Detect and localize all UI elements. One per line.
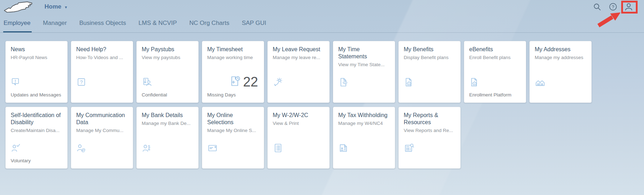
tile-title: My Paystubs <box>142 46 193 53</box>
tile-body <box>535 61 586 92</box>
tab-sap-gui[interactable]: SAP GUI <box>242 14 266 32</box>
tile-footer <box>535 92 586 98</box>
tab-employee[interactable]: Employee <box>4 14 31 32</box>
svg-text:$: $ <box>148 144 150 149</box>
question-square-icon: ? <box>76 77 87 88</box>
tile-title: News <box>11 46 62 53</box>
tile-news[interactable]: News HR-Payroll News Updates and Message… <box>5 41 68 103</box>
svg-text:$: $ <box>344 146 346 149</box>
tile-subtitle: View Reports and Re... <box>404 127 455 134</box>
tile-footer: Confidential <box>142 92 193 98</box>
tile-title: My W-2/W-2C <box>273 112 324 119</box>
svg-text:?: ? <box>612 4 614 9</box>
tile-title: Need Help? <box>76 46 128 53</box>
person-at-icon: @ <box>76 143 87 153</box>
tile-body <box>469 61 521 92</box>
tile-subtitle: Enroll Benefit plans <box>469 54 521 61</box>
tile-footer <box>142 158 193 164</box>
tile-subtitle: HR-Payroll News <box>11 54 62 61</box>
document-eye-icon <box>338 77 349 88</box>
tile-body: ? <box>76 61 128 92</box>
alert-bubble-icon <box>11 77 21 88</box>
tile-subtitle: Manage my Bank De... <box>142 120 193 127</box>
home-menu-button[interactable]: Home ▼ <box>44 3 68 10</box>
svg-text:?: ? <box>80 79 83 85</box>
tile-footer: Enrollment Platform <box>469 92 521 98</box>
tab-bar: EmployeeManagerBusiness ObjectsLMS & NCV… <box>0 14 644 32</box>
tile-my-bank-details[interactable]: My Bank Details Manage my Bank De... $ <box>136 107 199 169</box>
tile-row-2: Self-Identification of Disability Create… <box>5 107 639 169</box>
svg-text:$: $ <box>145 78 146 81</box>
tile-title: My Timesheet <box>207 46 259 53</box>
benefits-family-icon <box>469 77 480 88</box>
tile-my-tax-withholding[interactable]: My Tax Withholding Manage my W4/NC4 $ <box>333 107 395 169</box>
person-dollar-icon: $ <box>142 143 152 153</box>
tile-subtitle: Manage my leave re... <box>273 54 324 61</box>
document-list-icon <box>273 143 283 153</box>
tile-my-benefits[interactable]: My Benefits Display Benefit plans <box>398 41 461 103</box>
tile-my-time-statements[interactable]: My Time Statements View my Time State... <box>333 41 395 103</box>
tile-body: $ <box>142 61 193 92</box>
tile-my-addresses[interactable]: My Addresses Manage my addresses <box>529 41 592 103</box>
timesheet-clock-icon <box>229 75 241 88</box>
tile-subtitle: How-To Videos and ... <box>76 54 128 61</box>
tile-grid: News HR-Payroll News Updates and Message… <box>0 33 644 169</box>
tile-footer <box>76 158 128 164</box>
tab-lms-ncvip[interactable]: LMS & NCVIP <box>138 14 177 32</box>
svg-text:@: @ <box>81 148 85 153</box>
tile-body: $ <box>142 127 193 158</box>
tile-my-w-2-w-2c[interactable]: My W-2/W-2C View & Print <box>267 107 330 169</box>
tile-title: My Benefits <box>404 46 455 53</box>
tile-body <box>404 134 455 158</box>
tile-body <box>338 68 390 92</box>
tile-title: My Time Statements <box>338 46 390 60</box>
tile-subtitle: Manage my addresses <box>535 54 586 61</box>
tile-body <box>273 127 324 158</box>
tile-title: eBenefits <box>469 46 521 53</box>
tile-body: 22 <box>207 61 259 92</box>
tile-kpi-value: 22 <box>243 76 258 88</box>
tile-subtitle: Display Benefit plans <box>404 54 455 61</box>
tile-title: My Tax Withholding <box>338 112 390 119</box>
tile-subtitle: Manage My Commu... <box>76 127 128 134</box>
tile-my-online-selections[interactable]: My Online Selections Manage My Online S.… <box>202 107 264 169</box>
idcard-dollar-icon: $ <box>338 143 349 153</box>
tile-body: $ <box>338 127 390 158</box>
tile-title: My Online Selections <box>207 112 259 126</box>
tile-subtitle: View & Print <box>273 120 324 127</box>
tile-my-paystubs[interactable]: My Paystubs View my paystubs $ Confident… <box>136 41 199 103</box>
tile-my-leave-request[interactable]: My Leave Request Manage my leave re... <box>267 41 330 103</box>
tile-title: My Communication Data <box>76 112 128 126</box>
tile-footer <box>404 92 455 98</box>
header: Home ▼ ? EmployeeManagerBusiness Objects… <box>0 0 644 33</box>
tile-row-1: News HR-Payroll News Updates and Message… <box>5 41 639 103</box>
tile-subtitle: Create/Maintain Disa... <box>11 127 62 134</box>
tile-footer <box>338 158 390 164</box>
tab-business-objects[interactable]: Business Objects <box>79 14 126 32</box>
chevron-down-icon: ▼ <box>64 5 68 9</box>
tile-my-communication-data[interactable]: My Communication Data Manage My Commu...… <box>71 107 133 169</box>
tile-my-timesheet[interactable]: My Timesheet Manage working time 22 Miss… <box>202 41 264 103</box>
benefits-family-icon <box>404 77 414 88</box>
tile-footer <box>273 158 324 164</box>
tile-title: My Reports & Resources <box>404 112 455 126</box>
tile-body <box>404 61 455 92</box>
tile-need-help[interactable]: Need Help? How-To Videos and ... ? <box>71 41 133 103</box>
tile-title: My Leave Request <box>273 46 324 53</box>
home-title-label: Home <box>44 3 61 10</box>
tile-subtitle: Manage My Online S... <box>207 127 259 134</box>
tile-self-identification-of-disability[interactable]: Self-Identification of Disability Create… <box>5 107 68 169</box>
tile-body <box>273 61 324 92</box>
tile-footer <box>76 92 128 98</box>
tab-manager[interactable]: Manager <box>43 14 67 32</box>
tile-subtitle: Manage working time <box>207 54 259 61</box>
tile-body: @ <box>76 134 128 158</box>
tile-footer <box>273 92 324 98</box>
tile-footer <box>207 158 259 164</box>
tab-nc-org-charts[interactable]: NC Org Charts <box>189 14 229 32</box>
tile-title: My Addresses <box>535 46 586 53</box>
tile-footer: Updates and Messages <box>11 92 62 98</box>
tile-my-reports-resources[interactable]: My Reports & Resources View Reports and … <box>398 107 461 169</box>
tile-footer: Missing Days <box>207 92 259 98</box>
tile-ebenefits[interactable]: eBenefits Enroll Benefit plans Enrollmen… <box>464 41 526 103</box>
